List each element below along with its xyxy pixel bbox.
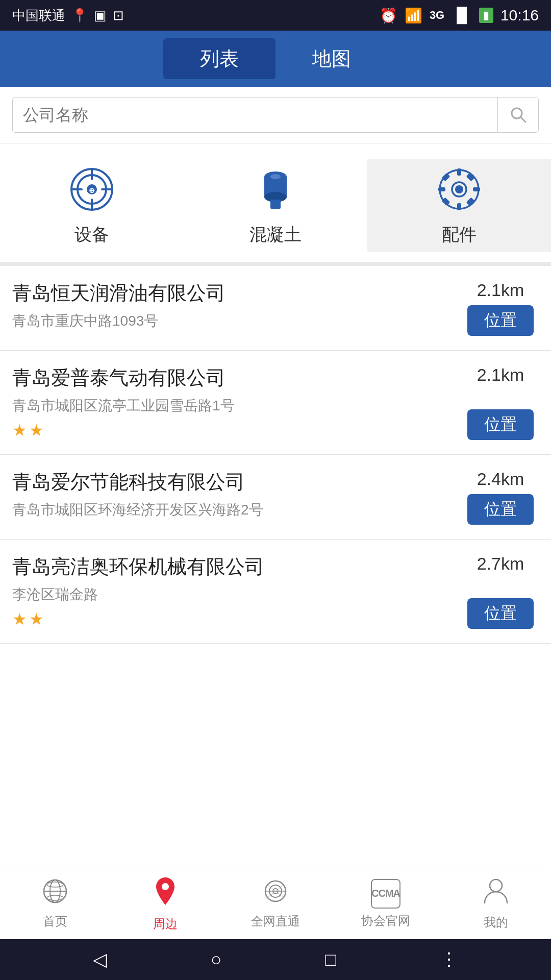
location-button[interactable]: 位置 [467, 409, 534, 440]
status-right: ⏰ 📶 3G ▐▌ ▮ 10:16 [380, 7, 539, 24]
nav-item-network[interactable]: 全网直通 [220, 868, 331, 939]
company-right: 2.4km 位置 [462, 469, 539, 525]
svg-rect-19 [438, 187, 445, 191]
mine-icon [483, 877, 509, 910]
search-icon [509, 106, 528, 124]
tab-map[interactable]: 地图 [276, 38, 388, 79]
company-address: 青岛市重庆中路1093号 [12, 311, 454, 331]
category-equipment[interactable]: ⊕ 设备 [0, 159, 184, 252]
categories: ⊕ 设备 混凝土 [0, 143, 551, 266]
company-stars: ★ ★ [12, 609, 454, 629]
nav-item-home[interactable]: 首页 [0, 868, 110, 939]
company-name: 青岛恒天润滑油有限公司 [12, 280, 454, 306]
search-input[interactable] [12, 97, 498, 133]
nav-label-nearby: 周边 [153, 916, 178, 932]
location-button[interactable]: 位置 [467, 305, 534, 336]
svg-text:⊕: ⊕ [89, 186, 95, 194]
screenshot-icon: ⊡ [113, 8, 124, 23]
company-item[interactable]: 青岛爱普泰气动有限公司 青岛市城阳区流亭工业园雪岳路1号 ★ ★ 2.1km 位… [0, 351, 551, 455]
wifi-icon: 📶 [405, 7, 422, 24]
android-recent-button[interactable]: □ [325, 949, 337, 970]
time-display: 10:16 [500, 7, 539, 24]
home-icon [42, 878, 68, 909]
company-item[interactable]: 青岛亮洁奥环保机械有限公司 李沧区瑞金路 ★ ★ 2.7km 位置 [0, 540, 551, 644]
location-button[interactable]: 位置 [467, 598, 534, 629]
alarm-icon: ⏰ [380, 7, 397, 24]
company-item[interactable]: 青岛恒天润滑油有限公司 青岛市重庆中路1093号 2.1km 位置 [0, 266, 551, 351]
company-address: 青岛市城阳区环海经济开发区兴海路2号 [12, 500, 454, 520]
company-info: 青岛恒天润滑油有限公司 青岛市重庆中路1093号 [12, 280, 454, 336]
android-home-button[interactable]: ○ [211, 949, 222, 970]
nav-label-mine: 我的 [484, 914, 508, 930]
svg-rect-17 [457, 168, 461, 176]
company-distance: 2.1km [477, 365, 524, 385]
svg-rect-18 [457, 203, 461, 210]
network-icon [263, 878, 288, 909]
company-right: 2.7km 位置 [462, 554, 539, 629]
location-icon: 📍 [71, 8, 88, 23]
company-name: 青岛亮洁奥环保机械有限公司 [12, 554, 454, 580]
svg-point-29 [47, 882, 63, 887]
association-icon: CCMA [371, 879, 400, 909]
search-button[interactable] [498, 97, 539, 133]
svg-rect-22 [466, 173, 475, 182]
nav-label-home: 首页 [43, 913, 67, 929]
svg-point-25 [455, 185, 463, 193]
company-name: 青岛爱普泰气动有限公司 [12, 365, 454, 391]
svg-point-13 [270, 174, 281, 179]
tab-list[interactable]: 列表 [163, 38, 276, 79]
category-concrete-label: 混凝土 [249, 223, 302, 247]
location-button[interactable]: 位置 [467, 494, 534, 525]
company-stars: ★ ★ [12, 421, 454, 440]
signal-icon: ▐▌ [452, 7, 472, 23]
nav-label-association: 协会官网 [361, 913, 410, 929]
svg-rect-20 [473, 187, 480, 191]
nav-item-nearby[interactable]: 周边 [110, 868, 220, 939]
nav-label-network: 全网直通 [251, 913, 300, 929]
svg-rect-24 [466, 198, 475, 206]
equipment-icon: ⊕ [66, 164, 117, 215]
company-info: 青岛亮洁奥环保机械有限公司 李沧区瑞金路 ★ ★ [12, 554, 454, 629]
sim-icon: ▣ [94, 8, 107, 23]
battery-icon: ▮ [479, 8, 493, 23]
nearby-icon [153, 876, 178, 912]
category-equipment-label: 设备 [74, 223, 109, 247]
company-right: 2.1km 位置 [462, 280, 539, 336]
parts-icon [434, 164, 485, 215]
svg-line-1 [521, 117, 525, 122]
svg-rect-14 [270, 200, 281, 209]
nav-item-mine[interactable]: 我的 [441, 868, 551, 939]
status-left: 中国联通 📍 ▣ ⊡ [12, 7, 124, 24]
company-item[interactable]: 青岛爱尔节能科技有限公司 青岛市城阳区环海经济开发区兴海路2号 2.4km 位置 [0, 455, 551, 540]
android-menu-button[interactable]: ⋮ [440, 949, 458, 970]
company-list: 青岛恒天润滑油有限公司 青岛市重庆中路1093号 2.1km 位置 青岛爱普泰气… [0, 266, 551, 868]
search-bar [0, 87, 551, 143]
android-nav: ◁ ○ □ ⋮ [0, 939, 551, 980]
company-address: 李沧区瑞金路 [12, 585, 454, 604]
svg-point-31 [162, 883, 169, 890]
star-1: ★ [12, 421, 27, 440]
company-distance: 2.4km [477, 469, 524, 489]
company-distance: 2.7km [477, 554, 524, 574]
status-bar: 中国联通 📍 ▣ ⊡ ⏰ 📶 3G ▐▌ ▮ 10:16 [0, 0, 551, 31]
star-1: ★ [12, 609, 27, 629]
company-right: 2.1km 位置 [462, 365, 539, 440]
bottom-nav: 首页 周边 全网直通 CCMA 协会官网 [0, 868, 551, 939]
concrete-icon [250, 164, 301, 215]
category-concrete[interactable]: 混凝土 [184, 159, 367, 252]
network-type: 3G [430, 9, 444, 22]
company-address: 青岛市城阳区流亭工业园雪岳路1号 [12, 396, 454, 415]
company-info: 青岛爱尔节能科技有限公司 青岛市城阳区环海经济开发区兴海路2号 [12, 469, 454, 525]
star-2: ★ [29, 421, 44, 440]
category-parts-label: 配件 [442, 223, 477, 247]
android-back-button[interactable]: ◁ [93, 949, 107, 970]
company-info: 青岛爱普泰气动有限公司 青岛市城阳区流亭工业园雪岳路1号 ★ ★ [12, 365, 454, 440]
company-name: 青岛爱尔节能科技有限公司 [12, 469, 454, 495]
header-tabs: 列表 地图 [0, 31, 551, 87]
svg-point-38 [490, 879, 502, 892]
company-distance: 2.1km [477, 280, 524, 300]
svg-point-30 [47, 895, 63, 900]
category-parts[interactable]: 配件 [367, 159, 551, 252]
nav-item-association[interactable]: CCMA 协会官网 [331, 868, 441, 939]
carrier-text: 中国联通 [12, 7, 65, 24]
